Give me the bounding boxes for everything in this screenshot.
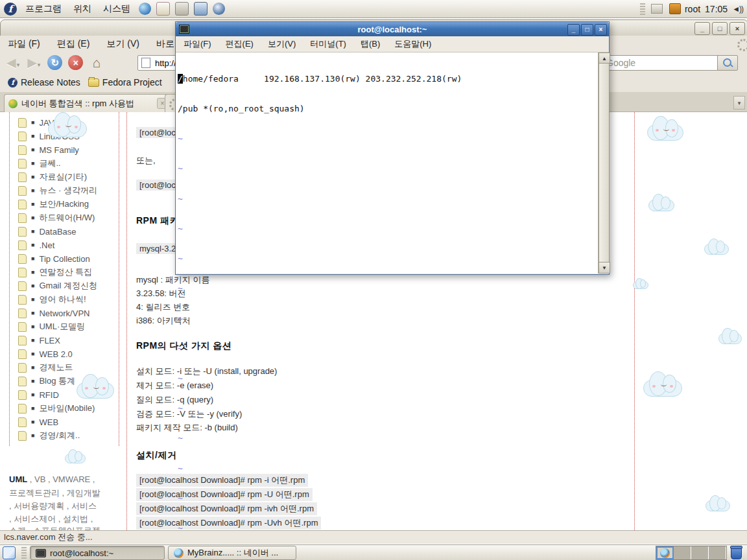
workspace-3[interactable]: [691, 546, 709, 559]
home-button[interactable]: ⌂: [89, 55, 104, 70]
terminal-menu-edit[interactable]: 편집(E): [226, 38, 254, 50]
search-button[interactable]: [717, 55, 738, 71]
tag-link[interactable]: UML , VB , VMWARE ,: [9, 474, 95, 484]
sidebar-item[interactable]: ■글쎄..: [18, 158, 61, 169]
status-text: lcs.naver.com 전송 중...: [4, 531, 93, 543]
office-launcher-icon[interactable]: [213, 3, 225, 15]
terminal-close-button[interactable]: ×: [595, 24, 607, 36]
sidebar-item[interactable]: ■MS Family: [18, 144, 79, 156]
bookmark-release-notes[interactable]: f Release Notes: [8, 77, 80, 88]
show-desktop-button[interactable]: [3, 546, 16, 559]
sidebar-item-label: 자료실(기타): [39, 171, 87, 183]
tab-list-dropdown[interactable]: ▾: [733, 96, 745, 110]
tag-link[interactable]: , 서비스제어 , 설치법 ,: [9, 513, 93, 525]
tag-link[interactable]: 스케 , 소프트웨어프로젝: [9, 525, 101, 530]
sidebar-item[interactable]: ■Gmail 계정신청: [18, 280, 97, 292]
vi-tilde: ~: [178, 194, 597, 204]
firefox-menu-view[interactable]: 보기 (V): [106, 38, 139, 50]
forward-dropdown-icon[interactable]: ▾: [38, 62, 41, 68]
sidebar-item[interactable]: ■UML·모델링: [18, 321, 85, 332]
email-launcher-icon[interactable]: [156, 2, 170, 16]
reload-button[interactable]: ↻: [47, 55, 62, 70]
terminal-line: /pub *(ro,no_root_squash): [178, 104, 597, 113]
sidebar-item[interactable]: ■영어 하나씩!: [18, 294, 86, 305]
package-updater-icon[interactable]: [669, 3, 681, 14]
body-text: 또는,: [136, 155, 156, 167]
sidebar-item[interactable]: ■DataBase: [18, 226, 77, 237]
firefox-minimize-button[interactable]: _: [694, 22, 710, 35]
note-icon: [18, 390, 27, 400]
terminal-menu-file[interactable]: 파일(F): [184, 38, 211, 50]
scrollbar-thumb[interactable]: [599, 63, 610, 264]
workspace-2[interactable]: [674, 546, 691, 559]
sidebar-item[interactable]: ■하드웨어(H/W): [18, 212, 95, 224]
fedora-menu-icon[interactable]: f: [4, 3, 17, 16]
sidebar-item[interactable]: ■Network/VPN: [18, 307, 89, 319]
back-button[interactable]: ◀: [6, 55, 16, 70]
sidebar-item[interactable]: ■모바일(Mobile): [18, 402, 95, 414]
bottom-taskbar: root@localhost:~ MyBrainz..... :: 네이버 ..…: [0, 544, 747, 560]
vi-tilde: ~: [178, 163, 597, 173]
terminal-titlebar[interactable]: root@localhost:~ _ □ ×: [176, 22, 609, 36]
sidebar-item[interactable]: ■RFID: [18, 389, 59, 401]
sidebar-item[interactable]: ■.Net: [18, 239, 54, 251]
terminal-menu-tabs[interactable]: 탭(B): [361, 38, 380, 50]
sidebar-item[interactable]: ■뉴스 · 생각꺼리: [18, 185, 97, 196]
notification-tray-icon[interactable]: [651, 4, 663, 14]
workspace-switcher[interactable]: [656, 546, 727, 560]
task-button-terminal[interactable]: root@localhost:~: [30, 546, 165, 560]
menu-applications[interactable]: 프로그램: [19, 0, 67, 18]
firefox-menu-edit[interactable]: 편집 (E): [57, 38, 90, 50]
user-switcher[interactable]: root: [685, 4, 700, 14]
terminal-minimize-button[interactable]: _: [567, 24, 580, 36]
applet-handle[interactable]: [640, 3, 645, 15]
sidebar-item-label: DataBase: [39, 227, 76, 237]
tab-naver-search[interactable]: 네이버 통합검색 :: rpm 사용법 ×: [4, 94, 172, 112]
note-icon: [18, 159, 27, 169]
task-button-firefox[interactable]: MyBrainz..... :: 네이버 ...: [168, 546, 296, 560]
menu-system[interactable]: 시스템: [97, 0, 136, 18]
sidebar-item[interactable]: ■WEB: [18, 416, 58, 428]
trash-icon[interactable]: [731, 547, 742, 559]
back-dropdown-icon[interactable]: ▾: [17, 62, 20, 68]
firefox-close-button[interactable]: ×: [729, 22, 745, 35]
terminal-scrollbar[interactable]: ▲ ▼: [598, 52, 609, 274]
terminal-window[interactable]: root@localhost:~ _ □ × 파일(F) 편집(E) 보기(V)…: [175, 21, 610, 275]
sidebar-item[interactable]: ■WEB 2.0: [18, 348, 73, 360]
stop-button[interactable]: ×: [68, 55, 83, 70]
terminal-menu-help[interactable]: 도움말(H): [394, 38, 431, 50]
sidebar-item-label: .Net: [39, 240, 54, 250]
terminal-body[interactable]: /home/fedora 192.168.137.130(rw) 203.232…: [176, 52, 609, 274]
terminal-menu-view[interactable]: 보기(V): [268, 38, 296, 50]
sidebar-item[interactable]: ■보안/Hacking: [18, 198, 89, 210]
printer-launcher-icon[interactable]: [175, 2, 189, 16]
search-box[interactable]: [600, 55, 721, 71]
firefox-maximize-button[interactable]: □: [712, 22, 728, 35]
sidebar-item[interactable]: ■경영/회계..: [18, 430, 80, 441]
web-browser-launcher-icon[interactable]: [139, 3, 151, 15]
terminal-text[interactable]: /home/fedora 192.168.137.130(rw) 203.232…: [178, 54, 597, 274]
terminal-menu-terminal[interactable]: 터미널(T): [310, 38, 346, 50]
firefox-menu-file[interactable]: 파일 (F): [8, 38, 40, 50]
throbber-icon: [737, 39, 747, 51]
volume-icon[interactable]: ◄)): [732, 5, 743, 14]
sidebar-item[interactable]: ■FLEX: [18, 334, 60, 346]
terminal-maximize-button[interactable]: □: [581, 24, 593, 36]
graphics-launcher-icon[interactable]: [194, 2, 208, 16]
search-input[interactable]: [605, 57, 692, 69]
workspace-4[interactable]: [709, 546, 726, 559]
tag-link[interactable]: 프로젝트관리 , 게임개발: [9, 487, 101, 499]
sidebar-item[interactable]: ■경제노트: [18, 362, 73, 373]
tag-link[interactable]: , 서버용량계획 , 서비스: [9, 500, 97, 512]
sidebar-item[interactable]: ■Blog 통계: [18, 375, 75, 387]
scroll-down-icon[interactable]: ▼: [599, 262, 610, 274]
applet-handle[interactable]: [21, 547, 27, 559]
workspace-1[interactable]: [656, 546, 674, 559]
menu-places[interactable]: 위치: [67, 0, 97, 18]
sidebar-item[interactable]: ■Tip Collection: [18, 253, 90, 264]
sidebar-item[interactable]: ■자료실(기타): [18, 171, 87, 183]
forward-button[interactable]: ▶: [27, 55, 37, 70]
sidebar-item[interactable]: ■연말정산 특집: [18, 266, 92, 278]
clock[interactable]: 17:05: [705, 4, 728, 14]
bookmark-fedora-project[interactable]: Fedora Project: [88, 77, 162, 88]
